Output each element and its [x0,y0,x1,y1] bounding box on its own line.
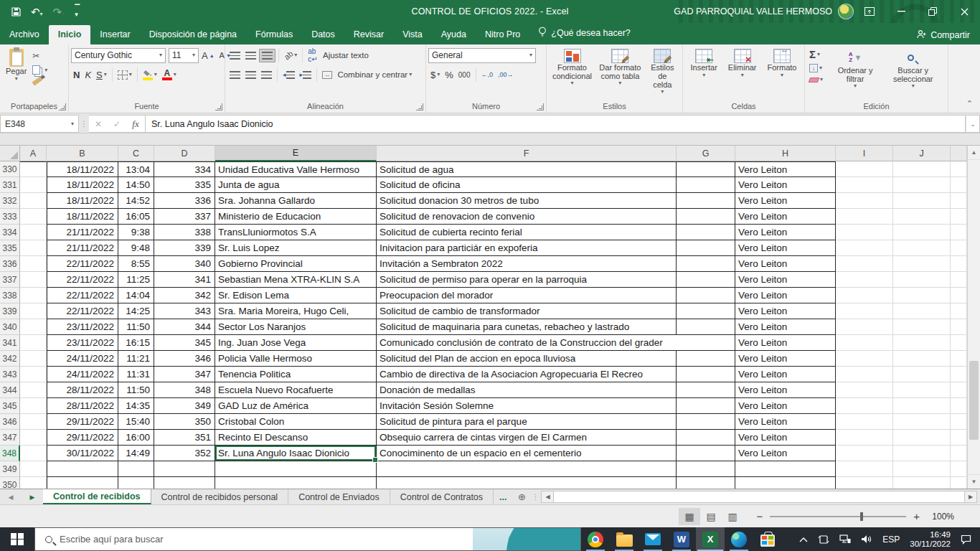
cell-partial-348[interactable] [951,446,967,461]
cell-J341[interactable] [893,335,951,351]
cell-styles-button[interactable]: 🖉 Estilos de celda▾ [645,47,680,97]
cell-F349[interactable] [377,461,677,477]
cell-B340[interactable]: 23/11/2022 [47,319,118,335]
cell-H336[interactable]: Vero Leiton [735,256,836,272]
cell-G348[interactable] [677,446,735,461]
taskbar-file-explorer[interactable] [610,527,639,551]
cell-G346[interactable] [677,414,735,430]
bold-button[interactable]: N [71,68,82,82]
cell-E339[interactable]: Sra. Maria Moreira, Hugo Celi, [215,303,377,319]
taskbar-edge[interactable] [725,527,753,551]
cell-D346[interactable]: 350 [154,414,215,430]
cell-I341[interactable] [836,335,893,351]
tab-datos[interactable]: Datos [302,25,344,44]
merge-center-button[interactable]: ↔ Combinar y centrar▾ [320,68,414,81]
cell-H335[interactable]: Vero Leiton [735,240,836,256]
cell-E350[interactable] [215,477,377,489]
undo-icon[interactable]: ↶▾ [31,6,43,17]
cell-I343[interactable] [836,367,893,382]
action-center-icon[interactable] [961,534,971,545]
number-dialog-launcher[interactable] [537,103,544,110]
cell-E347[interactable]: Recinto El Descanso [215,430,377,446]
cell-J343[interactable] [893,367,951,382]
cell-J338[interactable] [893,288,951,303]
cell-partial-336[interactable] [951,256,967,272]
row-header-334[interactable]: 334 [0,225,20,240]
cell-F342[interactable]: Solicitud del Plan de accion en epoca ll… [377,351,677,367]
volume-icon[interactable] [861,534,872,544]
cell-A344[interactable] [20,382,47,398]
tab-disposicion[interactable]: Disposición de página [140,25,246,44]
cell-E337[interactable]: Sebastian Mena XTRA-KLIN S.A [215,272,377,288]
cell-B335[interactable]: 21/11/2022 [47,240,118,256]
cell-A346[interactable] [20,414,47,430]
cell-partial-339[interactable] [951,303,967,319]
autosum-button[interactable]: Σ▾ [807,48,830,61]
cell-C339[interactable]: 14:25 [118,303,154,319]
network-icon[interactable] [839,534,851,544]
cell-E331[interactable]: Junta de agua [215,177,377,193]
row-header-337[interactable]: 337 [0,272,20,288]
column-header-c[interactable]: C [118,146,154,161]
column-header-i[interactable]: I [836,146,893,161]
cell-B345[interactable]: 28/11/2022 [47,398,118,414]
find-select-button[interactable]: Buscar y seleccionar▾ [880,47,946,91]
column-header-h[interactable]: H [735,146,836,161]
cell-J337[interactable] [893,272,951,288]
tablet-mode-icon[interactable] [818,534,829,545]
cell-partial-347[interactable] [951,430,967,446]
cell-F333[interactable]: Solicitud de renovacion de convenio [377,209,677,225]
cell-C344[interactable]: 11:50 [118,382,154,398]
cell-H349[interactable] [735,461,836,477]
tab-vista[interactable]: Vista [393,25,432,44]
zoom-level[interactable]: 100% [927,512,954,522]
cell-H344[interactable]: Vero Leiton [735,382,836,398]
cell-C345[interactable]: 14:35 [118,398,154,414]
collapse-ribbon-button[interactable]: ⌃ [966,99,973,108]
cell-G335[interactable] [677,240,735,256]
cell-H348[interactable]: Vero Leiton [735,446,836,461]
cell-A341[interactable] [20,335,47,351]
orientation-button[interactable]: ab▾ [282,50,299,61]
cell-J332[interactable] [893,193,951,209]
taskbar-store[interactable] [753,527,782,551]
cell-H332[interactable]: Vero Leiton [735,193,836,209]
cell-F348[interactable]: Conociminento de un espacio en el cement… [377,446,677,461]
decrease-decimal-button[interactable]: ,00→ [496,70,516,80]
cell-G331[interactable] [677,177,735,193]
alignment-dialog-launcher[interactable] [416,103,423,110]
cell-H345[interactable]: Vero Leiton [735,398,836,414]
increase-indent-button[interactable]: ▸ [298,69,314,81]
cell-H347[interactable]: Vero Leiton [735,430,836,446]
new-sheet-button[interactable]: ⊕ [512,489,531,504]
cell-F332[interactable]: Solicitud donacion 30 metros de tubo [377,193,677,209]
cell-F341[interactable]: Comunicado conclusión de contrato de la … [377,335,735,351]
cell-C341[interactable]: 16:15 [118,335,154,351]
row-header-341[interactable]: 341 [0,335,20,351]
cell-G350[interactable] [677,477,735,489]
copy-button[interactable]: ▾ [30,64,50,76]
clipboard-dialog-launcher[interactable] [59,103,66,110]
cell-A330[interactable] [20,161,47,177]
sheet-tab-control-de-recibidos[interactable]: Control de recibidos [43,489,151,504]
cell-A331[interactable] [20,177,47,193]
cell-F343[interactable]: Cambio de directiva de la Asociacion Agr… [377,367,677,382]
cell-B336[interactable]: 22/11/2022 [47,256,118,272]
cell-F345[interactable]: Invitación Sesión Solemne [377,398,677,414]
row-header-330[interactable]: 330 [0,161,20,177]
taskbar-excel[interactable]: X [696,527,725,551]
cell-C348[interactable]: 14:49 [118,446,154,461]
font-color-button[interactable]: A ▾ [160,68,179,82]
cell-A345[interactable] [20,398,47,414]
comma-style-button[interactable]: 000 [456,70,473,80]
row-header-345[interactable]: 345 [0,398,20,414]
row-header-349[interactable]: 349 [0,461,20,477]
currency-button[interactable]: $▾ [428,68,442,82]
cell-B339[interactable]: 22/11/2022 [47,303,118,319]
cell-I339[interactable] [836,303,893,319]
column-header-g[interactable]: G [677,146,735,161]
zoom-out-button[interactable]: − [756,510,763,522]
cell-partial-340[interactable] [951,319,967,335]
row-header-346[interactable]: 346 [0,414,20,430]
format-cells-button[interactable]: ↔ Formato▾ [764,47,801,80]
